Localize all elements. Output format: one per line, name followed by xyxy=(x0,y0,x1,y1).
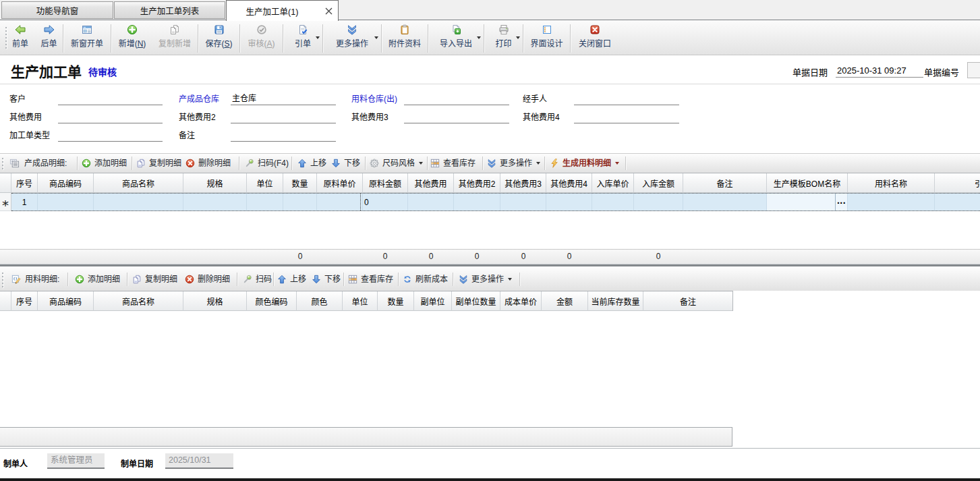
other-fee2-field[interactable] xyxy=(231,123,336,123)
dropdown-arrow-icon[interactable] xyxy=(316,36,320,39)
ellipsis-button[interactable]: ... xyxy=(835,194,847,210)
next-order-button[interactable]: 后单 xyxy=(35,20,63,55)
import-export-button[interactable]: 导入导出 xyxy=(429,20,483,55)
grid1-cell-unit[interactable] xyxy=(247,194,283,210)
dropdown-arrow-icon[interactable] xyxy=(615,162,619,165)
dropdown-arrow-icon[interactable] xyxy=(419,162,423,165)
dropdown-arrow-icon[interactable] xyxy=(477,36,481,39)
reference-order-button[interactable]: 引单 xyxy=(284,20,322,55)
grid1-col-spec[interactable]: 规格 xyxy=(183,173,247,193)
grid1-col-code[interactable]: 商品编码 xyxy=(38,173,94,193)
attachments-button[interactable]: 附件资料 xyxy=(382,20,427,55)
grid1-col-raw-amount[interactable]: 原料金额 xyxy=(363,173,408,193)
grid1-more-operations-button[interactable]: 更多操作 xyxy=(487,154,540,173)
prev-order-button[interactable]: 前单 xyxy=(5,20,35,55)
grid1-col-name[interactable]: 商品名称 xyxy=(94,173,183,193)
grid1-col-remark[interactable]: 备注 xyxy=(683,173,767,193)
save-button[interactable]: 保存(S) xyxy=(199,20,239,55)
grid1-cell-fee2[interactable] xyxy=(454,194,500,210)
material-warehouse-field[interactable] xyxy=(404,105,509,105)
grid2-col-unit[interactable]: 单位 xyxy=(343,291,378,311)
finished-warehouse-field[interactable] xyxy=(231,105,336,105)
grid2-refresh-cost-button[interactable]: 刷新成本 xyxy=(403,267,448,291)
grid1-cell-seq[interactable]: 1 xyxy=(11,194,38,210)
grid1-col-fee4[interactable]: 其他费用4 xyxy=(546,173,592,193)
grid2-copy-row-button[interactable]: 复制明细 xyxy=(132,267,177,291)
dropdown-arrow-icon[interactable] xyxy=(536,162,540,165)
grid1-col-fee3[interactable]: 其他费用3 xyxy=(500,173,546,193)
grid1-cell-remark[interactable] xyxy=(683,194,767,210)
grid2-col-stock-qty[interactable]: 当前库存数量 xyxy=(588,291,643,311)
grid1-scan-button[interactable]: 扫码(F4) xyxy=(245,154,289,173)
dropdown-arrow-icon[interactable] xyxy=(508,278,512,281)
grid2-add-row-button[interactable]: 添加明细 xyxy=(75,267,120,291)
doc-no-field[interactable] xyxy=(967,62,980,78)
grid1-cell-bom[interactable]: ... xyxy=(767,194,848,210)
other-fee-field[interactable] xyxy=(58,123,163,123)
grid1-cell-material[interactable] xyxy=(848,194,935,210)
handler-field[interactable] xyxy=(574,105,679,105)
grid2-col-name[interactable]: 商品名称 xyxy=(94,291,183,311)
close-window-button[interactable]: 关闭窗口 xyxy=(571,20,618,55)
other-fee4-field[interactable] xyxy=(574,123,679,123)
grid1-cell-raw-amount[interactable]: 0 xyxy=(363,194,408,210)
grid2-col-subunit-qty[interactable]: 副单位数量 xyxy=(452,291,500,311)
grid1-col-raw-price[interactable]: 原料单价 xyxy=(317,173,363,193)
grid2-more-operations-button[interactable]: 更多操作 xyxy=(459,267,512,291)
add-new-button[interactable]: 新增(N) xyxy=(112,20,152,55)
grid1-cell-in-amount[interactable] xyxy=(634,194,683,210)
grid1-col-bom[interactable]: 生产模板BOM名称 xyxy=(767,173,848,193)
grid2-delete-row-button[interactable]: 删除明细 xyxy=(185,267,230,291)
grid2-col-color-code[interactable]: 颜色编码 xyxy=(247,291,297,311)
grid1-size-style-button[interactable]: 尺码风格 xyxy=(370,154,423,173)
grid1-col-unit[interactable]: 单位 xyxy=(247,173,283,193)
grid1-cell-fee[interactable] xyxy=(408,194,454,210)
grid1-col-material[interactable]: 用料名称 xyxy=(848,173,935,193)
grid1-move-down-button[interactable]: 下移 xyxy=(331,154,360,173)
grid1-add-row-button[interactable]: 添加明细 xyxy=(82,154,127,173)
new-window-order-button[interactable]: 新窗开单 xyxy=(64,20,110,55)
grid2-col-code[interactable]: 商品编码 xyxy=(38,291,94,311)
ui-design-button[interactable]: 界面设计 xyxy=(524,20,569,55)
grid1-view-stock-button[interactable]: 查看库存 xyxy=(430,154,475,173)
grid1-col-ref[interactable]: 引单号 xyxy=(935,173,980,193)
print-button[interactable]: 打印 xyxy=(485,20,522,55)
grid2-col-amount[interactable]: 金额 xyxy=(542,291,588,311)
other-fee3-field[interactable] xyxy=(404,123,509,123)
grid1-col-in-price[interactable]: 入库单价 xyxy=(592,173,634,193)
grid2-col-remark[interactable]: 备注 xyxy=(643,291,732,311)
grid2-col-color[interactable]: 颜色 xyxy=(297,291,343,311)
grid1-cell-fee3[interactable] xyxy=(500,194,546,210)
grid1-col-fee2[interactable]: 其他费用2 xyxy=(454,173,500,193)
order-type-field[interactable] xyxy=(58,141,163,142)
dropdown-arrow-icon[interactable] xyxy=(374,36,378,39)
grid1-cell-ref[interactable] xyxy=(935,194,980,210)
grid2-col-cost-price[interactable]: 成本单价 xyxy=(500,291,542,311)
grid2-view-stock-button[interactable]: 查看库存 xyxy=(348,267,393,291)
grid1-col-in-amount[interactable]: 入库金额 xyxy=(634,173,683,193)
tab-order-list[interactable]: 生产加工单列表 xyxy=(114,1,225,19)
tab-function-nav[interactable]: 功能导航窗 xyxy=(1,1,113,19)
grid1-col-seq[interactable]: 序号 xyxy=(11,173,38,193)
grid1-cell-raw-price[interactable] xyxy=(317,194,363,210)
grid2-move-down-button[interactable]: 下移 xyxy=(312,267,341,291)
grid1-cell-fee4[interactable] xyxy=(546,194,592,210)
grid1-cell-code[interactable] xyxy=(38,194,94,210)
grid2-scan-button[interactable]: 扫码 xyxy=(243,267,272,291)
grid1-copy-row-button[interactable]: 复制明细 xyxy=(136,154,181,173)
tab-order-active[interactable]: 生产加工单(1) xyxy=(226,0,339,21)
grid1-col-fee[interactable]: 其他费用 xyxy=(408,173,454,193)
grid2-col-seq[interactable]: 序号 xyxy=(11,291,38,311)
customer-field[interactable] xyxy=(58,105,163,105)
grid1-col-qty[interactable]: 数量 xyxy=(283,173,317,193)
grid1-cell-in-price[interactable] xyxy=(592,194,634,210)
grid2-col-qty[interactable]: 数量 xyxy=(378,291,414,311)
dropdown-arrow-icon[interactable] xyxy=(516,36,520,39)
grid2-col-spec[interactable]: 规格 xyxy=(183,291,247,311)
remark-field[interactable] xyxy=(231,141,336,142)
grid1-cell-name[interactable] xyxy=(94,194,183,210)
grid1-generate-material-button[interactable]: 生成用料明细 xyxy=(550,154,619,173)
grid1-delete-row-button[interactable]: 删除明细 xyxy=(185,154,231,173)
doc-date-field[interactable]: 2025-10-31 09:27 xyxy=(836,63,923,78)
grid1-move-up-button[interactable]: 上移 xyxy=(297,154,326,173)
